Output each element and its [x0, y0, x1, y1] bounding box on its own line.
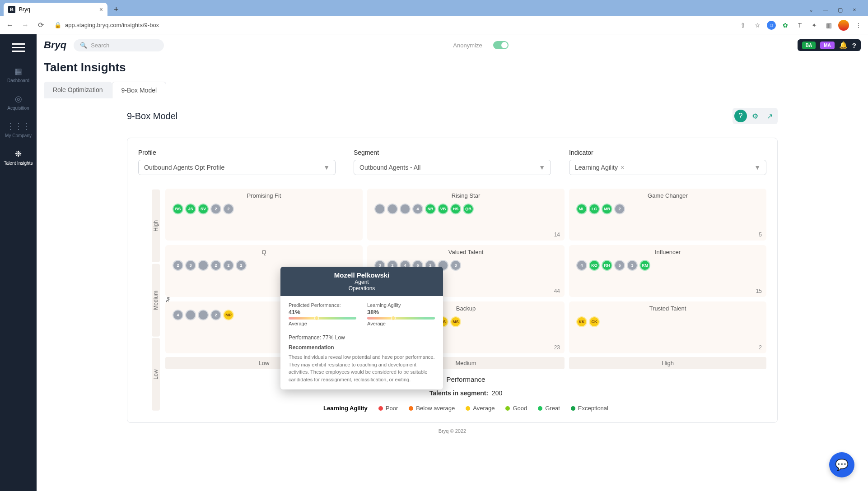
metric-value: 41% — [289, 309, 356, 315]
page-tabs: Role Optimization 9-Box Model — [37, 82, 868, 99]
clear-filter-icon[interactable]: × — [621, 164, 624, 171]
person-bubble[interactable]: JS — [185, 204, 196, 214]
bubble-group: 4KORH53RM — [574, 258, 761, 273]
user-badge[interactable]: MA — [820, 42, 835, 49]
person-bubble[interactable]: HS — [450, 204, 461, 214]
browser-tab-strip: B Bryq × + ⌄ — ▢ × — [0, 0, 868, 16]
person-bubble[interactable]: ML — [576, 204, 587, 214]
nav-icon: ▦ — [14, 66, 22, 76]
browser-tab[interactable]: B Bryq × — [4, 3, 107, 16]
segment-summary: Talents in segment: 200 — [165, 389, 766, 397]
person-bubble[interactable]: 2 — [210, 310, 221, 320]
person-bubble[interactable] — [198, 260, 209, 271]
segment-select[interactable]: Outbound Agents - All ▼ — [354, 160, 551, 175]
export-icon[interactable]: ↗ — [763, 110, 776, 122]
star-icon[interactable]: ☆ — [752, 20, 762, 30]
person-bubble[interactable]: 3 — [185, 260, 196, 271]
forward-icon[interactable]: → — [20, 20, 31, 31]
sidebar-item-talent-insights[interactable]: ❉Talent Insights — [4, 144, 33, 171]
person-bubble[interactable]: RH — [602, 260, 612, 271]
profile-avatar[interactable] — [838, 20, 849, 31]
grid-cell: Influencer4KORH53RM15 — [569, 245, 766, 297]
minimize-icon[interactable]: — — [819, 5, 832, 14]
person-bubble[interactable]: 2 — [223, 204, 234, 214]
person-bubble[interactable]: 4 — [173, 310, 183, 320]
maximize-icon[interactable]: ▢ — [834, 5, 846, 14]
person-bubble[interactable]: MB — [602, 204, 612, 214]
help-circle-icon[interactable]: ? — [734, 110, 747, 122]
filter-indicator: Indicator Learning Agility × ▼ — [569, 149, 766, 175]
tooltip-header: Mozell Pelkowski Agent Operations — [280, 267, 443, 296]
help-icon[interactable]: ? — [852, 42, 856, 49]
person-bubble[interactable]: 4 — [576, 260, 587, 271]
person-bubble[interactable]: VB — [438, 204, 448, 214]
sidebar-item-dashboard[interactable]: ▦Dashboard — [4, 61, 33, 88]
logo: Bryq — [44, 39, 66, 51]
person-bubble[interactable]: CK — [589, 316, 600, 327]
person-bubble[interactable]: 2 — [614, 204, 625, 214]
extension-icon[interactable]: ✿ — [780, 20, 790, 30]
menu-icon[interactable]: ⋮ — [854, 20, 863, 30]
cell-title: Valued Talent — [373, 249, 559, 255]
person-bubble[interactable] — [387, 204, 398, 214]
filter-label: Indicator — [569, 149, 766, 156]
hamburger-icon[interactable] — [12, 43, 25, 52]
person-bubble[interactable]: NB — [425, 204, 436, 214]
person-bubble[interactable]: BS — [173, 204, 183, 214]
reload-icon[interactable]: ⟳ — [35, 20, 46, 31]
person-bubble[interactable]: KK — [576, 316, 587, 327]
person-bubble[interactable]: LC — [589, 204, 600, 214]
extensions-icon[interactable]: ✦ — [809, 20, 819, 30]
grid-cell: Trusted TalentKKCK2 — [569, 301, 766, 353]
tab-9box-model[interactable]: 9-Box Model — [112, 82, 167, 98]
close-icon[interactable]: × — [848, 5, 861, 14]
tab-role-optimization[interactable]: Role Optimization — [44, 82, 112, 98]
person-bubble[interactable] — [400, 204, 411, 214]
extension-icon[interactable]: □ — [767, 21, 776, 30]
person-bubble[interactable]: QB — [463, 204, 474, 214]
bell-icon[interactable]: 🔔 — [839, 41, 848, 49]
close-tab-icon[interactable]: × — [99, 6, 103, 13]
extension-icon[interactable]: T — [795, 20, 805, 30]
gear-icon[interactable]: ⚙ — [749, 110, 761, 122]
address-input[interactable]: 🔒 app.staging.bryq.com/insights/9-box — [51, 22, 733, 28]
share-icon[interactable]: ⇧ — [738, 20, 748, 30]
person-bubble[interactable]: MS — [450, 316, 461, 327]
chat-bubble-icon[interactable]: 💬 — [829, 452, 854, 477]
sidebar-item-acquisition[interactable]: ◎Acquisition — [4, 88, 33, 116]
search-placeholder: Search — [91, 42, 109, 49]
person-bubble[interactable]: 3 — [627, 260, 638, 271]
person-bubble[interactable]: SV — [198, 204, 209, 214]
indicator-select[interactable]: Learning Agility × ▼ — [569, 160, 766, 175]
nav-label: My Company — [5, 133, 32, 138]
person-bubble[interactable]: 3 — [450, 260, 461, 271]
sidebar-item-my-company[interactable]: ⋮⋮⋮My Company — [4, 116, 33, 144]
person-bubble[interactable]: 5 — [614, 260, 625, 271]
user-badge[interactable]: BA — [802, 42, 816, 49]
new-tab-button[interactable]: + — [110, 3, 122, 16]
person-bubble[interactable]: 2 — [210, 260, 221, 271]
person-bubble[interactable]: 2 — [173, 260, 183, 271]
person-bubble[interactable] — [374, 204, 385, 214]
topbar: Bryq 🔍 Search Anonymize BA MA 🔔 ? — [37, 34, 868, 56]
search-input[interactable]: 🔍 Search — [74, 39, 164, 51]
bubble-group: KKCK — [574, 315, 761, 329]
person-bubble[interactable]: RM — [639, 260, 650, 271]
person-bubble[interactable] — [198, 310, 209, 320]
anonymize-toggle[interactable] — [493, 41, 509, 49]
profile-select[interactable]: Outbound Agents Opt Profile ▼ — [138, 160, 336, 175]
person-bubble[interactable]: 4 — [412, 204, 423, 214]
person-bubble[interactable]: MP — [223, 310, 234, 320]
chevron-down-icon: ▼ — [754, 164, 761, 171]
tooltip-agility-metric: Learning Agility 38% Average — [367, 302, 435, 330]
person-bubble[interactable] — [185, 310, 196, 320]
sidepanel-icon[interactable]: ▥ — [824, 20, 834, 30]
person-bubble[interactable]: 2 — [236, 260, 247, 271]
window-controls: ⌄ — ▢ × — [801, 4, 864, 16]
person-bubble[interactable]: KO — [589, 260, 600, 271]
chevron-down-icon[interactable]: ⌄ — [805, 5, 817, 14]
person-bubble[interactable]: 2 — [210, 204, 221, 214]
person-bubble[interactable]: 2 — [223, 260, 234, 271]
metric-rating: Average — [367, 321, 435, 326]
back-icon[interactable]: ← — [5, 20, 15, 31]
